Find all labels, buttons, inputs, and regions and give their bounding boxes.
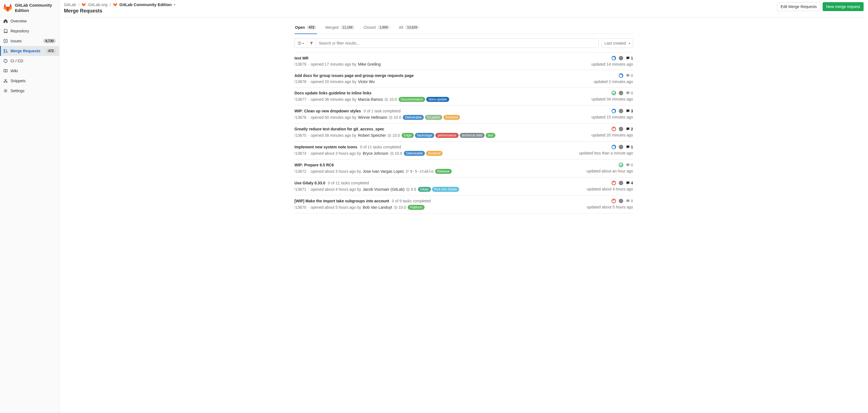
merge-request-title[interactable]: Use Gitaly 0.33.0 bbox=[294, 181, 325, 185]
comments-count[interactable]: 1 bbox=[626, 145, 633, 149]
ci-status-icon[interactable] bbox=[612, 127, 616, 131]
breadcrumb-root[interactable]: GitLab bbox=[64, 2, 76, 7]
new-merge-request-button[interactable]: New merge request bbox=[823, 2, 864, 11]
ci-status-icon[interactable] bbox=[612, 91, 616, 95]
state-tabs: Open472Merged11,188Closed1,969All13,629 bbox=[294, 21, 633, 34]
merge-request-title[interactable]: WIP: Prepare 9.5 RC6 bbox=[294, 163, 334, 167]
comments-count[interactable]: 3 bbox=[626, 109, 633, 113]
sidebar-item-merge-requests[interactable]: Merge Requests472 bbox=[0, 46, 59, 56]
merge-request-author[interactable]: Jose Ivan Vargas Lopez bbox=[363, 169, 404, 174]
label[interactable]: Deliverable bbox=[403, 115, 424, 120]
gitlab-logo-icon bbox=[113, 2, 117, 7]
sidebar-item-label: Overview bbox=[10, 19, 56, 23]
ci-status-icon[interactable] bbox=[619, 73, 623, 78]
comments-count[interactable]: 0 bbox=[626, 163, 633, 167]
comments-count[interactable]: 2 bbox=[626, 127, 633, 131]
merge-request-title[interactable]: WIP: Clean up new dropdown styles bbox=[294, 109, 361, 113]
merge-request-author[interactable]: Mike Greiling bbox=[358, 62, 381, 66]
sidebar-item-settings[interactable]: Settings bbox=[0, 86, 59, 96]
label[interactable]: Pick into Stable bbox=[432, 187, 460, 192]
label[interactable]: Deliverable bbox=[404, 151, 425, 156]
label[interactable]: Edge bbox=[402, 133, 414, 138]
ci-status-icon[interactable] bbox=[612, 56, 616, 60]
merge-request-author[interactable]: Jacob Vosmaer (GitLab) bbox=[363, 187, 404, 191]
comments-count[interactable]: 4 bbox=[626, 181, 633, 185]
label[interactable]: Gitaly bbox=[418, 187, 431, 192]
merge-request-author[interactable]: Winnie Hellmann bbox=[358, 115, 387, 120]
merge-request-author[interactable]: Bryce Johnson bbox=[363, 151, 389, 155]
label[interactable]: Documentation bbox=[399, 97, 426, 102]
milestone[interactable]: 10.0 bbox=[384, 97, 397, 101]
updated-at: updated 34 minutes ago bbox=[591, 97, 633, 101]
breadcrumb-group[interactable]: GitLab.org bbox=[88, 2, 107, 7]
label[interactable]: technical debt bbox=[460, 133, 485, 138]
merge-request-title[interactable]: test MR bbox=[294, 56, 309, 60]
assignee-avatar[interactable] bbox=[619, 127, 623, 131]
assignee-avatar[interactable] bbox=[619, 56, 623, 60]
sidebar-item-label: Settings bbox=[10, 89, 56, 93]
milestone[interactable]: 10.0 bbox=[388, 133, 400, 138]
sidebar-item-issues[interactable]: Issues8,730 bbox=[0, 36, 59, 46]
tab-closed[interactable]: Closed1,969 bbox=[363, 21, 391, 34]
comments-count[interactable]: 0 bbox=[626, 199, 633, 203]
chevron-down-icon[interactable]: ▾ bbox=[174, 3, 175, 6]
merge-request-title[interactable]: Greatly reduce test duration for git_acc… bbox=[294, 127, 384, 131]
comments-count[interactable]: 1 bbox=[626, 56, 633, 60]
label[interactable]: UI polish bbox=[425, 115, 442, 120]
ci-status-icon[interactable] bbox=[612, 181, 616, 185]
label[interactable]: docs-update bbox=[426, 97, 449, 102]
comments-count[interactable]: 0 bbox=[626, 73, 633, 78]
merge-request-title[interactable]: Implement new system note icons bbox=[294, 145, 358, 149]
sidebar-item-overview[interactable]: Overview bbox=[0, 16, 59, 26]
merge-request-author[interactable]: Bob Van Landuyt bbox=[363, 205, 392, 210]
milestone[interactable]: 10.0 bbox=[390, 151, 402, 155]
sidebar-item-snippets[interactable]: Snippets bbox=[0, 76, 59, 86]
merge-request-title[interactable]: [WIP] Make the import take subgroups int… bbox=[294, 199, 389, 203]
ci-status-icon[interactable] bbox=[619, 163, 623, 167]
label[interactable]: performance bbox=[435, 133, 458, 138]
sidebar-item-ci-cd[interactable]: CI / CD bbox=[0, 56, 59, 66]
merge-request-author[interactable]: Victor Wu bbox=[358, 80, 375, 84]
edit-merge-requests-button[interactable]: Edit Merge Requests bbox=[777, 2, 820, 11]
ci-status-icon[interactable] bbox=[612, 199, 616, 203]
assignee-avatar[interactable] bbox=[619, 199, 623, 203]
label[interactable]: Platform bbox=[408, 205, 425, 210]
tab-merged[interactable]: Merged11,188 bbox=[325, 21, 355, 34]
sidebar-item-wiki[interactable]: Wiki bbox=[0, 66, 59, 76]
search-input[interactable] bbox=[316, 39, 598, 48]
updated-at: updated about 5 hours ago bbox=[587, 205, 633, 209]
sort-dropdown[interactable]: Last created ▾ bbox=[601, 38, 633, 48]
merge-request-ref: !13676 bbox=[294, 115, 307, 120]
merge-request-author[interactable]: Marcia Ramos bbox=[358, 97, 383, 101]
tab-all[interactable]: All13,629 bbox=[398, 21, 420, 34]
milestone[interactable]: 9.5 bbox=[406, 187, 416, 191]
comments-count[interactable]: 0 bbox=[626, 91, 633, 95]
label[interactable]: frontend bbox=[426, 151, 442, 156]
tab-open[interactable]: Open472 bbox=[294, 21, 317, 34]
merge-request-row: WIP: Clean up new dropdown styles 0 of 1… bbox=[294, 106, 633, 123]
merge-request-title[interactable]: Docs update links guideline to inline li… bbox=[294, 91, 372, 95]
ci-status-icon[interactable] bbox=[612, 109, 616, 113]
label[interactable]: Release bbox=[435, 169, 452, 174]
svg-point-7 bbox=[6, 81, 7, 83]
label[interactable]: backstage bbox=[415, 133, 435, 138]
label[interactable]: test bbox=[486, 133, 495, 138]
merge-request-author[interactable]: Robert Speicher bbox=[358, 133, 386, 138]
sidebar-item-repository[interactable]: Repository bbox=[0, 26, 59, 36]
merge-request-title[interactable]: Add docs for group issues page and group… bbox=[294, 73, 414, 78]
history-dropdown[interactable]: ▾ bbox=[295, 39, 307, 48]
breadcrumb-project[interactable]: GitLab Community Edition bbox=[120, 2, 172, 7]
merge-request-ref: !13673 bbox=[294, 151, 307, 155]
milestone[interactable]: 10.0 bbox=[394, 205, 406, 210]
ci-status-icon[interactable] bbox=[612, 145, 616, 149]
assignee-avatar[interactable] bbox=[619, 91, 623, 95]
filter-icon-button[interactable] bbox=[307, 39, 316, 48]
assignee-avatar[interactable] bbox=[619, 109, 623, 113]
label[interactable]: frontend bbox=[443, 115, 460, 120]
sidebar-item-label: Issues bbox=[10, 39, 40, 43]
sidebar-item-badge: 8,730 bbox=[43, 39, 56, 43]
target-branch[interactable]: 9-5-stable bbox=[406, 169, 433, 174]
milestone[interactable]: 10.0 bbox=[389, 115, 401, 120]
assignee-avatar[interactable] bbox=[619, 145, 623, 149]
assignee-avatar[interactable] bbox=[619, 181, 623, 185]
